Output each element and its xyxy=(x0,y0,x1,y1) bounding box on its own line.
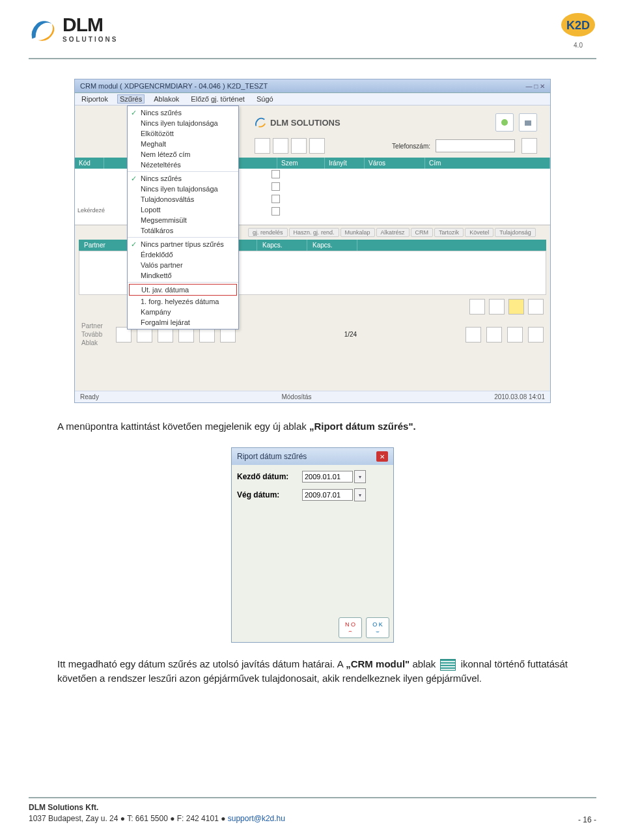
strip-ico-1[interactable] xyxy=(469,299,485,315)
strip-ico-4[interactable] xyxy=(528,299,544,315)
footer-address: 1037 Budapest, Zay u. 24 ● T: 661 5500 ●… xyxy=(29,814,228,823)
tab-munkalap[interactable]: Munkalap xyxy=(340,228,375,237)
foot-print-icon[interactable] xyxy=(507,327,523,343)
tel-label: Telefonszám: xyxy=(392,143,430,150)
dlm-inline-mark-icon xyxy=(255,117,266,128)
start-date-input[interactable] xyxy=(302,471,353,483)
para2-b: „CRM modul" xyxy=(346,658,410,669)
menu-riportok[interactable]: Riportok xyxy=(79,94,111,104)
status-left: Ready xyxy=(80,393,99,400)
ok-button[interactable]: O K⌣ xyxy=(366,617,389,638)
start-date-label: Kezdő dátum: xyxy=(237,472,302,481)
logo-dlm: DLM SOLUTIONS xyxy=(29,16,118,45)
para2-c: ablak xyxy=(410,658,438,669)
dd-valos[interactable]: Valós partner xyxy=(128,260,238,270)
grid-check-2[interactable] xyxy=(271,182,280,191)
dd-ut-jav[interactable]: Ut. jav. dátuma xyxy=(129,284,237,296)
para1-b: „Riport dátum szűrés". xyxy=(309,421,416,432)
page-number: - 16 - xyxy=(578,815,596,824)
header-rule xyxy=(29,58,596,59)
tab-alkatresz[interactable]: Alkatrész xyxy=(376,228,410,237)
window-controls-icon[interactable]: — □ ✕ xyxy=(525,83,545,90)
szures-dropdown: Nincs szűrés Nincs ilyen tulajdonsága El… xyxy=(127,105,239,329)
dd-kampany[interactable]: Kampány xyxy=(128,307,238,317)
tab-hasznrend[interactable]: Haszn. gj. rend. xyxy=(289,228,339,237)
radio-ablak[interactable]: Ablak xyxy=(81,339,103,346)
gh-cim: Cím xyxy=(425,158,550,169)
window-title: CRM modul ( XDPGENCRMDIARY - 04.046 ) K2… xyxy=(80,82,268,90)
grid-check-4[interactable] xyxy=(271,207,280,216)
start-date-dropdown-icon[interactable]: ▾ xyxy=(354,470,366,483)
dd-forg-hely[interactable]: 1. forg. helyezés dátuma xyxy=(128,296,238,307)
menu-szures[interactable]: Szűrés xyxy=(117,94,145,104)
dd-mindketto[interactable]: Mindkettő xyxy=(128,270,238,281)
para1-a: A menüpontra kattintást követően megjele… xyxy=(57,421,309,432)
svg-point-2 xyxy=(501,119,508,126)
tab-gjrend[interactable]: gj. rendelés xyxy=(248,228,288,237)
dd-elkoltozott[interactable]: Elköltözött xyxy=(128,128,238,139)
grid-check-1[interactable] xyxy=(271,170,280,178)
print-icon[interactable] xyxy=(521,138,537,154)
dd-erdeklodo[interactable]: Érdeklődő xyxy=(128,249,238,260)
no-button[interactable]: N O⌢ xyxy=(339,617,362,638)
toolbar-btn-1[interactable] xyxy=(495,113,514,132)
close-icon[interactable]: ✕ xyxy=(376,451,388,462)
end-date-dropdown-icon[interactable]: ▾ xyxy=(354,488,366,501)
tab-kovetel[interactable]: Követel xyxy=(465,228,493,237)
pager: 1/24 xyxy=(344,331,357,338)
tb-ico-3[interactable] xyxy=(291,138,307,154)
svg-rect-3 xyxy=(525,120,531,126)
end-date-input[interactable] xyxy=(302,489,353,501)
menu-elozo[interactable]: Előző gj. történet xyxy=(188,94,247,104)
paragraph-2: Itt megadható egy dátum szűrés az utolsó… xyxy=(57,657,568,686)
radio-tovabb[interactable]: Tovább xyxy=(81,331,103,338)
tb-ico-2[interactable] xyxy=(273,138,288,154)
k2d-version: 4.0 xyxy=(574,42,583,49)
logo-company-sub: SOLUTIONS xyxy=(62,36,118,43)
logo-k2d: K2D 4.0 xyxy=(560,12,596,49)
tab-tulajd[interactable]: Tulajdonság xyxy=(495,228,536,237)
dd-totalkaros[interactable]: Totálkáros xyxy=(128,225,238,236)
gh-kod: Kód xyxy=(75,158,104,169)
crm-window: CRM modul ( XDPGENCRMDIARY - 04.046 ) K2… xyxy=(74,79,551,403)
k2d-logo-icon: K2D xyxy=(560,12,596,40)
menu-ablakok[interactable]: Ablakok xyxy=(151,94,182,104)
grid-check-3[interactable] xyxy=(271,195,280,203)
dd-nincs-partner[interactable]: Nincs partner típus szűrés xyxy=(128,239,238,249)
gh-iranyit: Irányít xyxy=(325,158,365,169)
foot-ico-7[interactable] xyxy=(465,327,481,343)
dd-meghalt[interactable]: Meghalt xyxy=(128,139,238,149)
gh-szem: Szem xyxy=(277,158,325,169)
para2-a: Itt megadható egy dátum szűrés az utolsó… xyxy=(57,658,346,669)
dd-nem-letezo[interactable]: Nem létező cím xyxy=(128,149,238,160)
dlm-logo-mark-icon xyxy=(29,17,56,44)
dd-nincs-szures-1[interactable]: Nincs szűrés xyxy=(128,107,238,118)
tel-input[interactable] xyxy=(436,139,515,152)
tb-ico-1[interactable] xyxy=(255,138,270,154)
dd-forg-lejarat[interactable]: Forgalmi lejárat xyxy=(128,317,238,328)
date-filter-dialog: Riport dátum szűrés ✕ Kezdő dátum: ▾ Vég… xyxy=(231,447,394,643)
toolbar-btn-2[interactable] xyxy=(519,113,537,132)
menu-sugo[interactable]: Súgó xyxy=(254,94,276,104)
svg-text:K2D: K2D xyxy=(566,19,590,32)
footer-company: DLM Solutions Kft. xyxy=(29,803,98,812)
radio-partner[interactable]: Partner xyxy=(81,322,103,329)
dd-lopott[interactable]: Lopott xyxy=(128,204,238,215)
dd-tulajdonos[interactable]: Tulajdonosváltás xyxy=(128,194,238,204)
dd-nincs-ilyen-1[interactable]: Nincs ilyen tulajdonsága xyxy=(128,118,238,128)
foot-ico-8[interactable] xyxy=(486,327,502,343)
strip-ico-2[interactable] xyxy=(489,299,505,315)
page-header: DLM SOLUTIONS K2D 4.0 xyxy=(29,12,596,54)
tb-ico-4[interactable] xyxy=(309,138,325,154)
dd-nincs-ilyen-2[interactable]: Nincs ilyen tulajdonsága xyxy=(128,184,238,194)
dd-megsemm[interactable]: Megsemmisült xyxy=(128,215,238,225)
paragraph-1: A menüpontra kattintást követően megjele… xyxy=(57,420,568,433)
dialog-title: Riport dátum szűrés xyxy=(237,452,307,461)
tab-crm[interactable]: CRM xyxy=(411,228,434,237)
bulb-icon[interactable] xyxy=(508,299,524,315)
dd-nezetelt[interactable]: Nézeteltérés xyxy=(128,160,238,170)
foot-ico-10[interactable] xyxy=(528,327,544,343)
tab-tartozik[interactable]: Tartozik xyxy=(434,228,464,237)
dd-nincs-szures-2[interactable]: Nincs szűrés xyxy=(128,173,238,184)
g2-k3: Kapcs. xyxy=(307,240,357,251)
